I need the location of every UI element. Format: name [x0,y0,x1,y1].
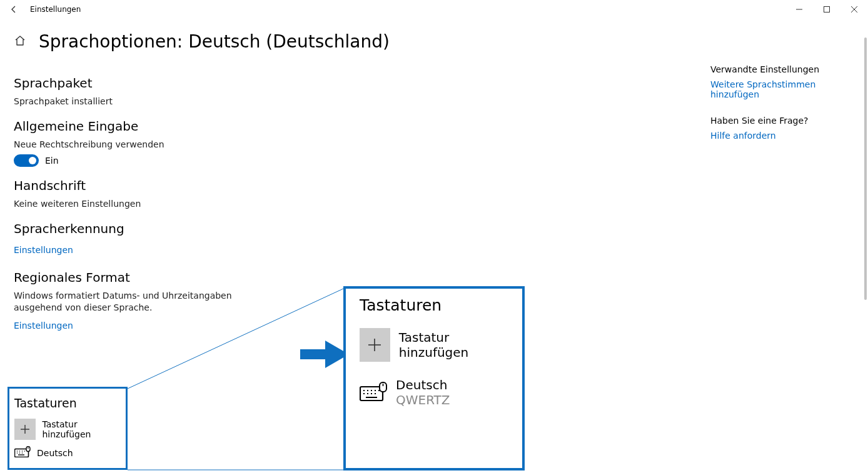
plus-icon [14,419,36,440]
speech-settings-link[interactable]: Einstellungen [14,245,73,255]
home-icon [14,34,26,47]
title-bar: Einstellungen [0,0,868,19]
minimize-icon [796,6,802,12]
side-column: Verwandte Einstellungen Weitere Sprachst… [710,64,854,334]
keyboard-entry-layout-zoom: QWERTZ [396,392,450,407]
add-voices-link[interactable]: Weitere Sprachstimmen hinzufügen [710,79,854,99]
home-button[interactable] [14,34,26,49]
close-icon [851,6,857,12]
help-heading: Haben Sie eine Frage? [710,116,854,126]
spellcheck-toggle-state: Ein [45,156,59,166]
regional-format-heading: Regionales Format [14,270,339,285]
keyboards-section-zoom: Tastaturen Tastatur hinzufügen [343,286,525,471]
minimize-button[interactable] [785,0,813,19]
get-help-link[interactable]: Hilfe anfordern [710,131,854,141]
handwriting-heading: Handschrift [14,178,339,193]
keyboard-entry-name: Deutsch [37,448,73,458]
maximize-button[interactable] [813,0,840,19]
callout-arrow [300,341,349,368]
main-column: Sprachpaket Sprachpaket installiert Allg… [14,64,339,334]
arrow-right-icon [300,341,349,368]
scrollbar[interactable] [862,0,867,473]
regional-settings-link[interactable]: Einstellungen [14,321,73,331]
keyboard-entry[interactable]: Deutsch [14,446,121,459]
keyboards-heading-zoom: Tastaturen [360,296,511,314]
svg-marker-19 [300,341,349,368]
spellcheck-toggle[interactable] [14,154,39,167]
keyboard-entry-name-zoom: Deutsch [396,378,450,392]
svg-rect-15 [26,447,30,452]
add-keyboard-label-zoom: Tastatur hinzufügen [399,330,511,360]
language-pack-heading: Sprachpaket [14,76,339,91]
keyboard-icon [14,446,31,459]
plus-icon [360,328,390,362]
maximize-icon [824,6,830,12]
back-button[interactable] [0,0,28,19]
keyboards-section-highlight: Tastaturen Tastatur hinzufügen Deutsch [8,387,128,470]
svg-rect-1 [824,7,830,12]
general-typing-heading: Allgemeine Eingabe [14,119,339,134]
arrow-left-icon [9,5,18,14]
app-title: Einstellungen [30,5,81,14]
keyboard-icon [360,382,387,404]
add-keyboard-button[interactable]: Tastatur hinzufügen [14,419,121,440]
speech-heading: Spracherkennung [14,221,339,236]
spellcheck-label: Neue Rechtschreibung verwenden [14,139,339,151]
regional-format-desc: Windows formatiert Datums- und Uhrzeitan… [14,290,264,314]
page-header: Sprachoptionen: Deutsch (Deutschland) [0,19,868,58]
keyboard-entry-zoom[interactable]: Deutsch QWERTZ [360,378,511,407]
add-keyboard-button-zoom[interactable]: Tastatur hinzufügen [360,328,511,362]
page-title: Sprachoptionen: Deutsch (Deutschland) [39,31,390,52]
handwriting-status: Keine weiteren Einstellungen [14,198,339,210]
related-settings-heading: Verwandte Einstellungen [710,64,854,74]
scrollbar-thumb[interactable] [864,37,867,300]
keyboards-heading: Tastaturen [14,396,121,410]
language-pack-status: Sprachpaket installiert [14,96,339,107]
add-keyboard-label: Tastatur hinzufügen [42,419,121,439]
window-controls [785,0,868,19]
